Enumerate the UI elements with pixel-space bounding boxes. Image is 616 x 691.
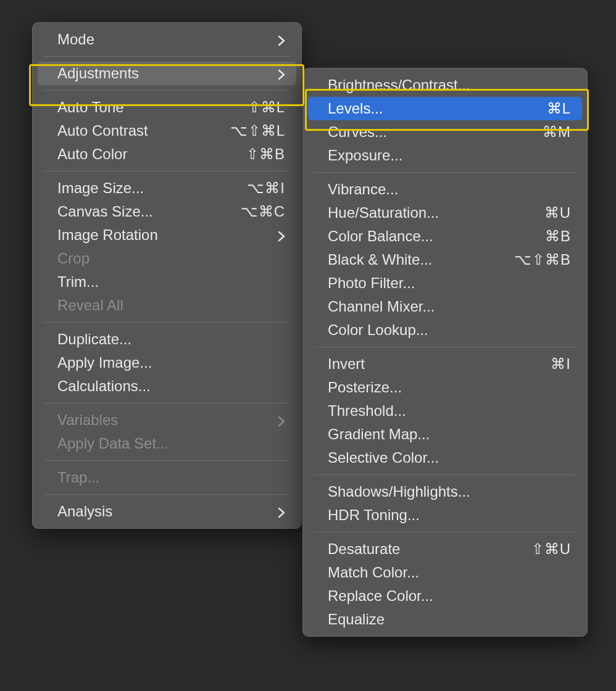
sub-item-16[interactable]: Shadows/Highlights...	[303, 480, 587, 503]
menu-separator	[314, 172, 576, 173]
menu-separator	[314, 474, 576, 475]
main-item-label: Trap...	[57, 469, 285, 486]
sub-item-20[interactable]: Replace Color...	[303, 584, 587, 608]
main-item-label: Apply Image...	[57, 354, 285, 371]
adjustments-submenu: Brightness/Contrast...Levels...⌘LCurves.…	[302, 68, 588, 637]
sub-item-shortcut: ⌘U	[544, 204, 571, 221]
sub-item-1[interactable]: Levels...⌘L	[308, 97, 582, 120]
main-item-label: Crop	[57, 250, 285, 267]
main-item-label: Auto Tone	[57, 99, 233, 116]
main-item-shortcut: ⌥⇧⌘L	[230, 122, 285, 139]
main-item-17[interactable]: Analysis	[33, 500, 301, 523]
main-item-label: Auto Color	[57, 146, 231, 163]
main-item-label: Image Size...	[57, 180, 232, 197]
sub-item-11[interactable]: Invert⌘I	[303, 352, 587, 376]
main-item-5[interactable]: Image Size...⌥⌘I	[33, 176, 301, 200]
menu-separator	[314, 347, 576, 347]
main-item-7[interactable]: Image Rotation	[33, 223, 301, 247]
sub-item-label: Brightness/Contrast...	[328, 77, 571, 94]
sub-item-label: Match Color...	[328, 564, 571, 581]
main-item-14: Variables	[33, 408, 301, 432]
main-item-10: Reveal All	[33, 294, 301, 317]
main-item-label: Trim...	[57, 273, 285, 291]
main-item-13[interactable]: Calculations...	[33, 374, 301, 398]
chevron-right-icon	[278, 226, 285, 244]
sub-item-label: Levels...	[328, 100, 532, 117]
chevron-right-icon	[278, 503, 285, 520]
chevron-right-icon	[278, 65, 285, 82]
sub-item-10[interactable]: Color Lookup...	[303, 318, 587, 342]
sub-item-19[interactable]: Match Color...	[303, 561, 587, 584]
main-item-label: Apply Data Set...	[57, 435, 285, 452]
main-item-4[interactable]: Auto Color⇧⌘B	[33, 143, 301, 166]
sub-item-13[interactable]: Threshold...	[303, 399, 587, 423]
sub-item-8[interactable]: Photo Filter...	[303, 271, 587, 295]
sub-item-label: Shadows/Highlights...	[328, 483, 571, 500]
sub-item-label: Selective Color...	[328, 449, 571, 466]
sub-item-label: Exposure...	[328, 147, 571, 164]
chevron-right-icon	[278, 31, 285, 48]
menu-separator	[44, 90, 290, 91]
menu-separator	[44, 322, 290, 323]
sub-item-2[interactable]: Curves...⌘M	[303, 120, 587, 144]
main-item-label: Duplicate...	[57, 331, 285, 348]
sub-item-12[interactable]: Posterize...	[303, 376, 587, 399]
main-item-shortcut: ⇧⌘B	[246, 146, 285, 163]
sub-item-14[interactable]: Gradient Map...	[303, 423, 587, 446]
menu-separator	[44, 460, 290, 461]
main-item-8: Crop	[33, 247, 301, 270]
sub-item-label: HDR Toning...	[328, 507, 571, 524]
main-item-label: Image Rotation	[57, 226, 263, 244]
main-item-label: Analysis	[57, 503, 263, 520]
sub-item-label: Channel Mixer...	[328, 298, 571, 315]
main-item-0[interactable]: Mode	[33, 28, 301, 51]
sub-item-shortcut: ⌘I	[551, 355, 571, 373]
sub-item-label: Curves...	[328, 123, 528, 141]
sub-item-21[interactable]: Equalize	[303, 608, 587, 631]
main-item-3[interactable]: Auto Contrast⌥⇧⌘L	[33, 119, 301, 143]
sub-item-label: Color Lookup...	[328, 321, 571, 339]
sub-item-shortcut: ⌘L	[547, 100, 571, 117]
menu-separator	[314, 532, 576, 532]
sub-item-shortcut: ⇧⌘U	[531, 540, 571, 558]
sub-item-3[interactable]: Exposure...	[303, 144, 587, 167]
sub-item-9[interactable]: Channel Mixer...	[303, 295, 587, 318]
main-item-12[interactable]: Apply Image...	[33, 351, 301, 374]
sub-item-label: Vibrance...	[328, 181, 571, 198]
main-item-16: Trap...	[33, 466, 301, 489]
sub-item-15[interactable]: Selective Color...	[303, 446, 587, 470]
sub-item-17[interactable]: HDR Toning...	[303, 503, 587, 527]
main-item-6[interactable]: Canvas Size...⌥⌘C	[33, 200, 301, 223]
sub-item-label: Color Balance...	[328, 228, 530, 245]
main-item-9[interactable]: Trim...	[33, 270, 301, 294]
sub-item-shortcut: ⌘M	[543, 123, 571, 141]
image-menu: ModeAdjustmentsAuto Tone⇧⌘LAuto Contrast…	[32, 22, 302, 529]
main-item-label: Adjustments	[57, 65, 263, 82]
main-item-label: Calculations...	[57, 378, 285, 395]
main-item-label: Variables	[57, 412, 263, 429]
sub-item-18[interactable]: Desaturate⇧⌘U	[303, 537, 587, 561]
main-item-2[interactable]: Auto Tone⇧⌘L	[33, 96, 301, 119]
sub-item-6[interactable]: Color Balance...⌘B	[303, 225, 587, 248]
sub-item-label: Invert	[328, 355, 536, 373]
main-item-11[interactable]: Duplicate...	[33, 328, 301, 351]
menu-separator	[44, 403, 290, 403]
main-item-shortcut: ⌥⌘I	[247, 180, 285, 197]
sub-item-7[interactable]: Black & White...⌥⇧⌘B	[303, 248, 587, 271]
main-item-label: Mode	[57, 31, 263, 48]
sub-item-shortcut: ⌘B	[545, 228, 571, 245]
chevron-right-icon	[278, 412, 285, 429]
sub-item-label: Equalize	[328, 611, 571, 628]
menu-separator	[44, 171, 290, 172]
sub-item-label: Gradient Map...	[328, 426, 571, 443]
sub-item-0[interactable]: Brightness/Contrast...	[303, 73, 587, 97]
main-item-shortcut: ⌥⌘C	[241, 203, 285, 220]
sub-item-shortcut: ⌥⇧⌘B	[514, 251, 571, 268]
sub-item-5[interactable]: Hue/Saturation...⌘U	[303, 201, 587, 225]
sub-item-label: Hue/Saturation...	[328, 204, 530, 221]
sub-item-label: Replace Color...	[328, 587, 571, 605]
main-item-shortcut: ⇧⌘L	[248, 99, 285, 116]
main-item-1[interactable]: Adjustments	[38, 62, 296, 85]
sub-item-4[interactable]: Vibrance...	[303, 178, 587, 201]
sub-item-label: Black & White...	[328, 251, 499, 268]
